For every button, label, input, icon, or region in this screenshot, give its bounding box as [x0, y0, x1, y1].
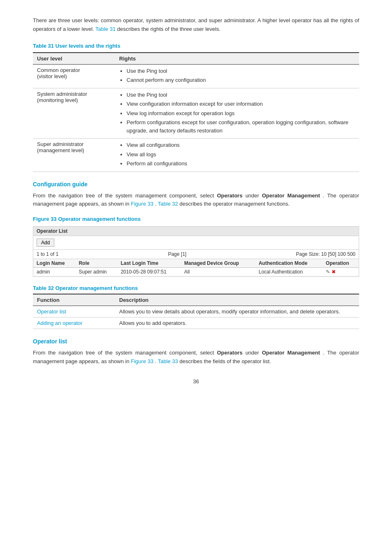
- list-item: Use the Ping tool: [127, 67, 355, 75]
- list-item: View all logs: [127, 151, 355, 159]
- table32-col2: Description: [115, 294, 359, 306]
- ol-text5: describes the fields of the operator lis…: [180, 358, 271, 364]
- ol-text2: under: [245, 350, 259, 356]
- cg-text5: describes the operator management functi…: [180, 201, 290, 207]
- description-cell: Allows you to add operators.: [115, 317, 359, 329]
- table31-title: Table 31 User levels and the rights: [33, 43, 359, 49]
- table-row: Super administrator(management level): [33, 139, 115, 172]
- intro-paragraph: There are three user levels: common oper…: [33, 16, 359, 34]
- add-button[interactable]: Add: [37, 239, 54, 247]
- ol-text1: From the navigation tree of the system m…: [33, 350, 214, 356]
- function-link[interactable]: Operator list: [37, 308, 66, 315]
- ol-bold2: Operator Management: [262, 350, 320, 356]
- fig33-link-2[interactable]: Figure 33: [131, 358, 154, 364]
- cg-text2: under: [245, 192, 259, 199]
- fig-col-role: Role: [76, 259, 118, 268]
- table-row: System administrator(monitoring level): [33, 88, 115, 139]
- table-row: Operator listAllows you to view details …: [33, 306, 359, 317]
- table32: Function Description Operator listAllows…: [33, 294, 359, 329]
- table-row: Common operator(visitor level): [33, 64, 115, 88]
- figure33-toolbar: Add: [33, 236, 359, 250]
- pagination-mid: Page [1]: [168, 251, 187, 257]
- table31-col2: Rights: [115, 53, 359, 65]
- cg-bold1: Operators: [217, 192, 242, 199]
- description-cell: Allows you to view details about operato…: [115, 306, 359, 317]
- ol-text4: .: [155, 358, 157, 364]
- table32-link[interactable]: Table 32: [158, 201, 178, 207]
- table32-title: Table 32 Operator management functions: [33, 285, 359, 291]
- page-number: 36: [33, 378, 359, 385]
- table33-link[interactable]: Table 33: [158, 358, 178, 364]
- list-item: Perform configurations except for user c…: [127, 118, 355, 134]
- config-guide-title: Configuration guide: [33, 181, 359, 188]
- function-link[interactable]: Adding an operator: [37, 320, 83, 326]
- pagination-left: 1 to 1 of 1: [37, 251, 58, 257]
- figure33-table: Login Name Role Last Login Time Managed …: [33, 259, 359, 276]
- table31-col1: User level: [33, 53, 115, 65]
- operator-list-paragraph: From the navigation tree of the system m…: [33, 349, 359, 366]
- list-item: View all configurations: [127, 141, 355, 149]
- list-item: Cannot perform any configuration: [127, 76, 355, 84]
- delete-icon[interactable]: ✖: [332, 269, 336, 275]
- table-cell-rights: Use the Ping toolCannot perform any conf…: [115, 64, 359, 88]
- list-item: Use the Ping tool: [127, 91, 355, 99]
- fig-col-last-login: Last Login Time: [118, 259, 181, 268]
- cg-text4: .: [155, 201, 157, 207]
- table31: User level Rights Common operator(visito…: [33, 52, 359, 172]
- table-row: Adding an operatorAllows you to add oper…: [33, 317, 359, 329]
- fig33-link-1[interactable]: Figure 33: [131, 201, 154, 207]
- table32-col1: Function: [33, 294, 115, 306]
- figure33-title: Figure 33 Operator management functions: [33, 216, 359, 222]
- figure33-header: Operator List: [33, 227, 359, 236]
- list-item: View configuration information except fo…: [127, 100, 355, 108]
- function-cell: Adding an operator: [33, 317, 115, 329]
- edit-icon[interactable]: ✎: [326, 269, 330, 275]
- table-cell-rights: View all configurationsView all logsPerf…: [115, 139, 359, 172]
- fig-col-operation: Operation: [323, 259, 359, 268]
- list-item: View log information except for operatio…: [127, 109, 355, 118]
- table31-link[interactable]: Table 31: [95, 26, 115, 32]
- ol-bold1: Operators: [217, 350, 242, 356]
- intro-text-2: describes the rights of the three user l…: [117, 26, 220, 32]
- function-cell: Operator list: [33, 306, 115, 317]
- operation-cell: ✎✖: [323, 268, 359, 276]
- cg-bold2: Operator Management: [262, 192, 320, 199]
- list-item: Perform all configurations: [127, 160, 355, 168]
- figure33-pagination: 1 to 1 of 1 Page [1] Page Size: 10 [50] …: [33, 250, 359, 259]
- config-guide-paragraph: From the navigation tree of the system m…: [33, 192, 359, 209]
- table-cell-rights: Use the Ping toolView configuration info…: [115, 88, 359, 139]
- pagination-right: Page Size: 10 [50] 100 500: [296, 251, 355, 257]
- fig-col-login: Login Name: [33, 259, 76, 268]
- operator-list-title: Operator list: [33, 338, 359, 345]
- fig-col-auth-mode: Authentication Mode: [255, 259, 322, 268]
- fig-col-device-group: Managed Device Group: [181, 259, 255, 268]
- cg-text1: From the navigation tree of the system m…: [33, 192, 214, 199]
- table-row: adminSuper admin2010-05-28 09:07:51AllLo…: [33, 268, 359, 276]
- figure33-box: Operator List Add 1 to 1 of 1 Page [1] P…: [33, 226, 359, 277]
